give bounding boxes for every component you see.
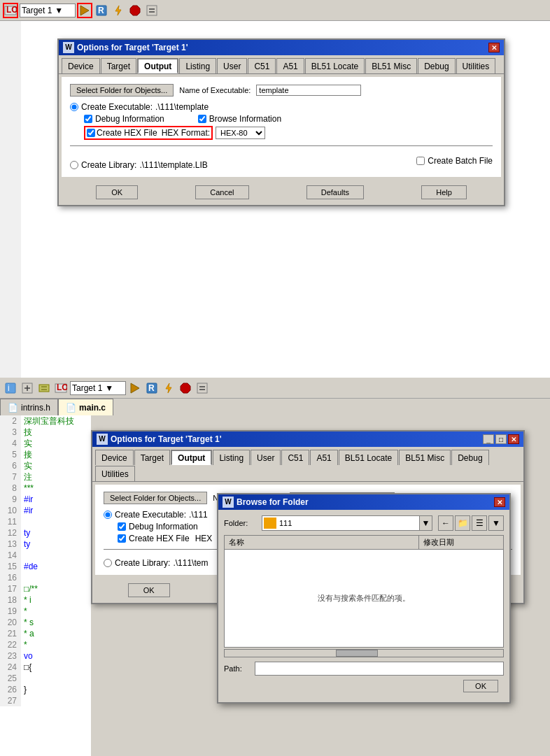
close-button-top[interactable]: ✕: [488, 43, 500, 52]
bottom-target-combo[interactable]: Target 1 ▼: [70, 381, 126, 395]
create-hex-checkbox[interactable]: [87, 129, 95, 137]
browse-close-btn[interactable]: ✕: [494, 497, 505, 507]
code-line-6: 6 实: [0, 460, 91, 471]
create-lib-radio-b[interactable]: [104, 559, 112, 567]
horizontal-scrollbar[interactable]: [224, 649, 504, 657]
code-line-11: 11: [0, 516, 91, 527]
close-button-bottom[interactable]: ✕: [508, 434, 519, 444]
tab-device[interactable]: Device: [62, 58, 100, 73]
minimize-button-bottom[interactable]: _: [483, 434, 494, 444]
tab-device-b[interactable]: Device: [95, 450, 134, 465]
path-input[interactable]: [255, 662, 504, 676]
create-hex-label-b: Create HEX File: [129, 534, 190, 543]
maximize-button-bottom[interactable]: □: [495, 434, 507, 444]
tab-a51-b[interactable]: A51: [310, 450, 337, 465]
tab-bl51-locate[interactable]: BL51 Locate: [305, 58, 365, 73]
folder-name-input[interactable]: [278, 519, 419, 527]
file-tab-intrins[interactable]: 📄 intrins.h: [0, 399, 58, 415]
debug-info-checkbox[interactable]: [84, 115, 92, 123]
tab-output[interactable]: Output: [137, 58, 178, 73]
create-hex-row: Create HEX File HEX Format: HEX-80 HEX-3…: [84, 126, 493, 140]
new-folder-btn[interactable]: 📁: [455, 515, 470, 531]
tab-target[interactable]: Target: [101, 58, 136, 73]
dialog-options-top: W Options for Target 'Target 1' ✕ Device…: [57, 38, 505, 206]
bottom-icon4[interactable]: LOAD: [53, 380, 69, 396]
dialog-title-bar-top: W Options for Target 'Target 1' ✕: [59, 40, 504, 55]
bottom-combo-arrow[interactable]: ▼: [105, 383, 113, 393]
rebuild-icon[interactable]: R: [94, 3, 109, 18]
svg-marker-23: [166, 383, 171, 393]
svg-marker-6: [130, 6, 140, 15]
tab-target-b[interactable]: Target: [134, 450, 170, 465]
create-exec-radio-b[interactable]: [104, 511, 112, 519]
defaults-button-top[interactable]: Defaults: [306, 185, 364, 199]
tab-a51[interactable]: A51: [276, 58, 304, 73]
code-line-17: 17 □/**: [0, 583, 91, 594]
browse-info-checkbox[interactable]: [198, 115, 206, 123]
debug-info-checkbox-b[interactable]: [118, 522, 126, 531]
create-exec-path-b: .\111: [189, 510, 208, 520]
tab-user[interactable]: User: [217, 58, 247, 73]
folder-combo-arrow[interactable]: ▼: [419, 516, 432, 530]
ok-button-bottom[interactable]: OK: [128, 583, 170, 597]
select-folder-btn-b[interactable]: Select Folder for Objects...: [104, 492, 207, 504]
tab-user-b[interactable]: User: [251, 450, 281, 465]
tab-output-b[interactable]: Output: [171, 450, 212, 465]
create-lib-label: Create Library:: [81, 160, 136, 170]
browse-dialog-title: Browse for Folder: [237, 497, 309, 507]
view-btn[interactable]: ☰: [472, 515, 487, 531]
create-batch-checkbox[interactable]: [416, 157, 425, 165]
flash-icon[interactable]: [111, 3, 126, 18]
bottom-icon2[interactable]: [20, 380, 35, 396]
target-combo[interactable]: Target 1 ▼: [20, 3, 76, 17]
bottom-rebuild-icon[interactable]: R: [144, 380, 160, 396]
svg-marker-20: [131, 383, 139, 393]
tab-debug[interactable]: Debug: [418, 58, 455, 73]
load-icon[interactable]: LOAD: [3, 3, 18, 18]
executable-input[interactable]: [256, 85, 361, 96]
tab-bl51-misc[interactable]: BL51 Misc: [365, 58, 417, 73]
code-line-5: 5 接: [0, 449, 91, 460]
view-btn2[interactable]: ▼: [488, 515, 504, 531]
help-button-top[interactable]: Help: [421, 185, 467, 199]
create-exec-radio[interactable]: [70, 103, 78, 111]
create-hex-checkbox-b[interactable]: [118, 534, 126, 543]
tab-listing-b[interactable]: Listing: [213, 450, 250, 465]
bottom-icon3[interactable]: [36, 380, 52, 396]
tab-bl51-locate-b[interactable]: BL51 Locate: [339, 450, 398, 465]
create-exec-path: .\111\template: [155, 102, 209, 112]
browse-ok-btn[interactable]: OK: [463, 680, 498, 692]
select-folder-btn[interactable]: Select Folder for Objects...: [70, 84, 174, 97]
tab-utilities-b[interactable]: Utilities: [95, 466, 135, 481]
create-exec-row: Create Executable: .\111\template: [70, 102, 493, 112]
code-line-15: 15 #de: [0, 561, 91, 572]
tab-c51[interactable]: C51: [248, 58, 276, 73]
options-icon[interactable]: [144, 3, 160, 18]
stop-icon[interactable]: [127, 3, 143, 18]
dialog-content-top: Select Folder for Objects... Name of Exe…: [62, 77, 501, 177]
build-icon[interactable]: [77, 3, 92, 18]
cancel-button-top[interactable]: Cancel: [195, 185, 248, 199]
bottom-options-icon[interactable]: [195, 380, 210, 396]
bottom-stop-icon[interactable]: [178, 380, 193, 396]
create-lib-radio[interactable]: [70, 161, 78, 169]
hex-format-select[interactable]: HEX-80 HEX-386: [216, 127, 265, 139]
ok-button-top[interactable]: OK: [96, 185, 138, 199]
scrollbar-thumb[interactable]: [336, 650, 378, 657]
tab-bl51-misc-b[interactable]: BL51 Misc: [399, 450, 451, 465]
bottom-flash-icon[interactable]: [161, 380, 176, 396]
bottom-icon1[interactable]: i: [3, 380, 18, 396]
file-tab-icon2: 📄: [66, 403, 76, 413]
tab-listing[interactable]: Listing: [179, 58, 216, 73]
back-btn[interactable]: ←: [438, 515, 453, 531]
bottom-build-icon[interactable]: [127, 380, 143, 396]
tab-utilities[interactable]: Utilities: [456, 58, 496, 73]
svg-rect-25: [197, 383, 207, 393]
file-tab-main[interactable]: 📄 main.c: [58, 399, 113, 415]
svg-text:R: R: [148, 383, 155, 393]
tab-debug-b[interactable]: Debug: [451, 450, 488, 465]
debug-info-row: Debug Information Browse Information: [84, 114, 493, 124]
combo-arrow[interactable]: ▼: [55, 6, 63, 15]
tab-c51-b[interactable]: C51: [281, 450, 309, 465]
library-batch-row: Create Library: .\111\template.LIB Creat…: [70, 152, 493, 170]
